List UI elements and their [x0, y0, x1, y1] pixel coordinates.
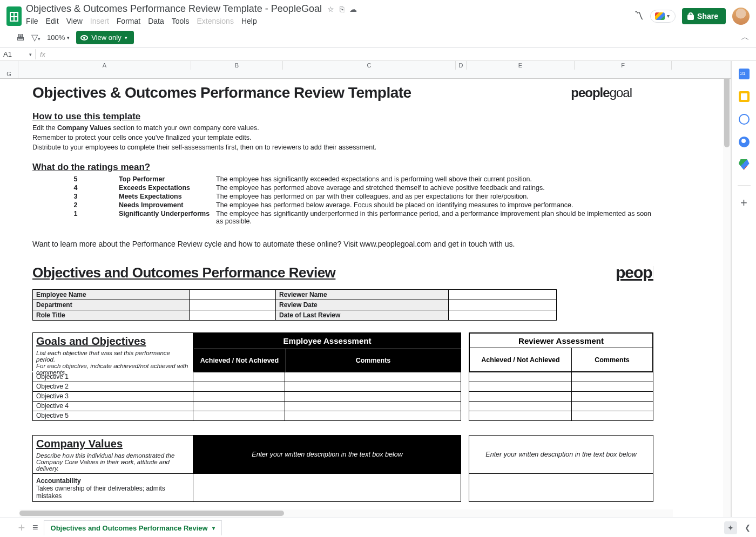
emp-achieved-cell[interactable]	[193, 382, 285, 391]
rating-row: 2Needs ImprovementThe employee has perfo…	[32, 201, 653, 209]
label-employee-name: Employee Name	[33, 290, 190, 300]
objective-row: Objective 5	[32, 411, 653, 421]
input-role-title[interactable]	[190, 310, 276, 321]
menu-insert[interactable]: Insert	[90, 17, 109, 25]
input-review-date[interactable]	[449, 300, 557, 310]
meet-icon	[655, 12, 665, 20]
account-avatar[interactable]	[732, 8, 750, 25]
menu-tools[interactable]: Tools	[172, 17, 190, 25]
input-reviewer-name[interactable]	[449, 290, 557, 300]
vertical-scroll-thumb[interactable]	[724, 72, 730, 147]
menu-format[interactable]: Format	[117, 17, 140, 25]
column-header[interactable]: D	[456, 61, 467, 70]
view-only-button[interactable]: View only ▾	[76, 31, 133, 44]
column-header[interactable]: C	[283, 61, 456, 70]
objective-label: Objective 2	[32, 382, 193, 392]
horizontal-scrollbar[interactable]	[19, 509, 673, 517]
reviewer-assessment-header: Reviewer Assessment	[469, 333, 653, 348]
column-header[interactable]: B	[191, 61, 283, 70]
emp-achieved-cell[interactable]	[193, 411, 285, 420]
brand-logo: peoplegoal	[571, 85, 632, 100]
objective-row: Objective 3	[32, 392, 653, 402]
filter-icon[interactable]: ▽▾	[31, 32, 40, 43]
lock-icon	[687, 12, 694, 20]
column-header[interactable]	[0, 61, 18, 70]
formula-bar: A1▾ fx	[0, 48, 756, 61]
emp-achieved-cell[interactable]	[193, 392, 285, 401]
rev-achieved-cell[interactable]	[469, 411, 572, 420]
keep-icon[interactable]	[739, 91, 750, 102]
label-department: Department	[33, 300, 190, 310]
rating-row: 5Top PerformerThe employee has significa…	[32, 175, 653, 183]
rev-achieved-cell[interactable]	[469, 392, 572, 401]
toolbar: 🖶 ▽▾ 100% ▾ View only ▾ ︿	[0, 29, 756, 48]
zoom-selector[interactable]: 100% ▾	[47, 33, 70, 42]
sheets-logo-icon[interactable]	[6, 6, 22, 26]
objective-label: Objective 1	[32, 372, 193, 382]
move-icon[interactable]: ⎘	[340, 5, 344, 13]
menu-view[interactable]: View	[66, 17, 83, 25]
cloud-status-icon[interactable]: ☁	[349, 5, 357, 13]
calendar-icon[interactable]	[739, 69, 750, 79]
ratings-table: 5Top PerformerThe employee has significa…	[32, 175, 653, 226]
value-accountability: Accountability Takes ownership of their …	[32, 474, 193, 502]
menu-bar: FileEditViewInsertFormatDataToolsExtensi…	[26, 15, 630, 29]
learn-more-text: Want to learn more about the Performance…	[32, 240, 653, 248]
emp-accountability-input[interactable]	[193, 474, 461, 502]
column-header[interactable]: E	[467, 61, 575, 70]
menu-data[interactable]: Data	[148, 17, 164, 25]
input-last-review[interactable]	[449, 310, 557, 321]
sheet-grid[interactable]: ABCDEFG Objectives & Outcomes Performanc…	[0, 61, 731, 517]
document-title[interactable]: Objectives & Outcomes Performance Review…	[26, 3, 322, 15]
rev-achieved-cell[interactable]	[469, 402, 572, 411]
print-icon[interactable]: 🖶	[16, 33, 25, 43]
rev-accountability-input[interactable]	[469, 474, 653, 502]
collapse-toolbar-icon[interactable]: ︿	[741, 32, 750, 43]
objective-row: Objective 1	[32, 372, 653, 382]
chevron-down-icon: ▾	[125, 35, 127, 40]
employee-textbox-hint: Enter your written description in the te…	[193, 435, 461, 474]
column-headers[interactable]: ABCDEFG	[0, 61, 731, 79]
input-employee-name[interactable]	[190, 290, 276, 300]
column-header[interactable]: G	[0, 70, 18, 78]
goals-subtext: List each objective that was set this pe…	[32, 348, 193, 371]
activity-icon[interactable]: 〽	[634, 10, 644, 22]
instruction-1: Edit the Company Values section to match…	[32, 124, 653, 132]
menu-file[interactable]: File	[26, 17, 38, 25]
label-review-date: Review Date	[276, 300, 449, 310]
menu-extensions[interactable]: Extensions	[197, 17, 233, 25]
rev-achieved-cell[interactable]	[469, 382, 572, 391]
emp-achieved-cell[interactable]	[193, 372, 285, 382]
vertical-scrollbar[interactable]	[723, 72, 731, 517]
share-button[interactable]: Share	[682, 8, 726, 24]
view-only-label: View only	[91, 33, 121, 42]
objective-label: Objective 3	[32, 392, 193, 402]
howto-heading: How to use this template	[32, 111, 653, 122]
emp-achieved-cell[interactable]	[193, 402, 285, 411]
rev-achieved-cell[interactable]	[469, 372, 572, 382]
column-header[interactable]: F	[575, 61, 672, 70]
contacts-icon[interactable]	[739, 137, 750, 147]
label-reviewer-name: Reviewer Name	[276, 290, 449, 300]
company-values-subtext: Describe how this individual has demonst…	[32, 450, 193, 474]
menu-help[interactable]: Help	[241, 17, 257, 25]
input-department[interactable]	[190, 300, 276, 310]
reviewer-textbox-hint: Enter your written description in the te…	[469, 435, 653, 474]
column-header[interactable]: A	[18, 61, 191, 70]
share-label: Share	[697, 12, 718, 21]
star-icon[interactable]: ☆	[327, 5, 334, 13]
employee-assessment-header: Employee Assessment	[194, 333, 461, 348]
horizontal-scroll-thumb[interactable]	[19, 511, 284, 516]
column-achieved-header: Achieved / Not Achieved	[194, 348, 286, 372]
goals-heading: Goals and Objectives	[32, 332, 193, 348]
company-values-heading: Company Values	[32, 435, 193, 450]
maps-icon[interactable]	[739, 159, 750, 170]
name-box[interactable]: A1▾	[0, 49, 36, 59]
objective-row: Objective 2	[32, 382, 653, 392]
add-addon-icon[interactable]: +	[739, 198, 750, 208]
label-last-review: Date of Last Review	[276, 310, 449, 321]
meet-button[interactable]: ▾	[650, 10, 676, 23]
menu-edit[interactable]: Edit	[46, 17, 59, 25]
objective-label: Objective 4	[32, 402, 193, 411]
tasks-icon[interactable]	[739, 114, 750, 125]
